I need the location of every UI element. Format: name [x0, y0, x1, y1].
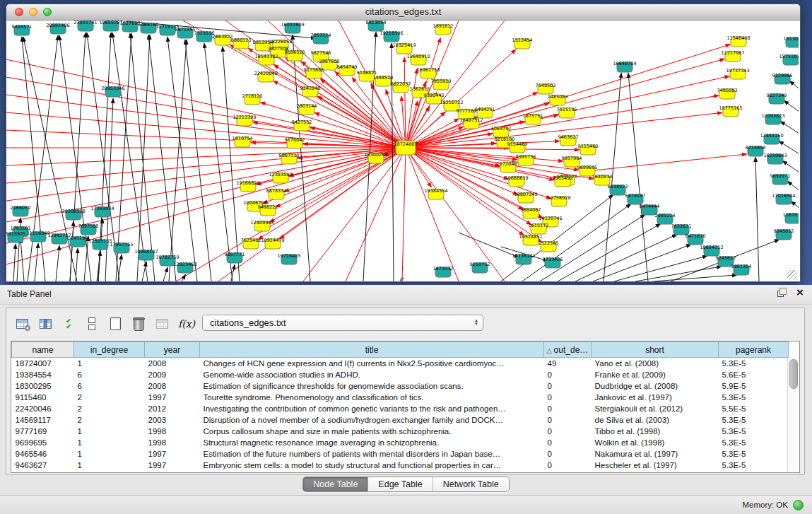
table-cell[interactable]: Tourette syndrome. Phenomenology and cla…: [200, 392, 544, 403]
table-cell[interactable]: de Silva et al. (2003): [592, 414, 719, 426]
show-column-button[interactable]: [38, 315, 52, 332]
table-cell[interactable]: 2008: [145, 358, 200, 370]
table-cell[interactable]: 0: [544, 369, 592, 380]
delete-table-button[interactable]: [155, 315, 169, 332]
table-cell[interactable]: 2: [74, 403, 145, 414]
table-cell[interactable]: Tibbo et al. (1998): [592, 426, 719, 437]
table-cell[interactable]: Dudbridge et al. (2008): [592, 380, 719, 392]
table-row[interactable]: 946362711997Embryonic stem cells: a mode…: [12, 460, 789, 471]
table-cell[interactable]: 0: [544, 437, 592, 448]
table-cell[interactable]: 1: [74, 448, 145, 460]
table-cell[interactable]: 18724007: [12, 358, 74, 370]
table-cell[interactable]: 5.3E-5: [719, 426, 789, 437]
float-panel-icon[interactable]: [777, 288, 787, 297]
column-header-in_degree[interactable]: in_degree: [74, 342, 145, 358]
table-row[interactable]: 1830029562008Estimation of significance …: [12, 380, 789, 392]
table-cell[interactable]: Changes of HCN gene expression and I(f) …: [200, 358, 544, 370]
new-column-button[interactable]: [108, 315, 122, 332]
table-cell[interactable]: 5.3E-5: [719, 448, 789, 460]
table-cell[interactable]: 1: [74, 460, 145, 471]
select-rows-button[interactable]: [85, 315, 99, 332]
table-cell[interactable]: Stergiakouli et al. (2012): [592, 403, 719, 414]
table-settings-button[interactable]: [15, 315, 29, 332]
table-cell[interactable]: 14569117: [12, 414, 74, 426]
table-cell[interactable]: 5.3E-5: [719, 358, 789, 370]
column-header-pagerank[interactable]: pagerank: [719, 342, 789, 358]
table-cell[interactable]: 5.3E-5: [719, 414, 789, 426]
select-columns-button[interactable]: ✔✔: [61, 315, 76, 332]
table-cell[interactable]: 1997: [145, 460, 200, 471]
tab-edge-table[interactable]: Edge Table: [367, 477, 432, 491]
network-view[interactable]: 9405571205914062393174110655287152760764…: [6, 21, 799, 281]
column-header-short[interactable]: short: [592, 342, 719, 358]
table-row[interactable]: 911546021997Tourette syndrome. Phenomeno…: [12, 392, 789, 403]
table-row[interactable]: 969969511998Structural magnetic resonanc…: [12, 437, 789, 448]
table-cell[interactable]: 9699695: [12, 437, 74, 448]
table-cell[interactable]: 1997: [145, 448, 200, 460]
table-row[interactable]: 946554611997Estimation of the future num…: [12, 448, 789, 460]
column-header-title[interactable]: title: [200, 342, 544, 358]
table-cell[interactable]: 6: [74, 369, 145, 380]
table-cell[interactable]: Estimation of the future numbers of pati…: [200, 448, 544, 460]
tab-network-table[interactable]: Network Table: [433, 477, 509, 491]
table-cell[interactable]: Estimation of significance thresholds fo…: [200, 380, 544, 392]
table-row[interactable]: 1872400712008Changes of HCN gene express…: [12, 358, 789, 370]
table-cell[interactable]: Investigating the contribution of common…: [200, 403, 544, 414]
table-scrollbar-thumb[interactable]: [789, 359, 798, 389]
table-cell[interactable]: 6: [74, 380, 145, 392]
table-cell[interactable]: 2: [74, 392, 145, 403]
table-cell[interactable]: 5.6E-5: [719, 369, 789, 380]
table-cell[interactable]: Wolkin et al. (1998): [592, 437, 719, 448]
table-cell[interactable]: Structural magnetic resonance image aver…: [200, 437, 544, 448]
table-cell[interactable]: 0: [544, 448, 592, 460]
memory-status-icon[interactable]: [793, 500, 804, 510]
table-cell[interactable]: 0: [544, 414, 592, 426]
table-cell[interactable]: 1998: [145, 426, 200, 437]
network-window[interactable]: citations_edges.txt 94055712059140623931…: [6, 4, 801, 282]
table-cell[interactable]: Embryonic stem cells: a model to study s…: [200, 460, 544, 471]
table-row[interactable]: 977716911998Corpus callosum shape and si…: [12, 426, 789, 437]
table-cell[interactable]: 5.9E-5: [719, 380, 789, 392]
network-window-titlebar[interactable]: citations_edges.txt: [6, 4, 800, 21]
table-cell[interactable]: 2012: [145, 403, 200, 414]
table-row[interactable]: 1456911722003Disruption of a novel membe…: [12, 414, 789, 426]
table-cell[interactable]: 2008: [145, 380, 200, 392]
table-cell[interactable]: 2003: [145, 414, 200, 426]
function-builder-button[interactable]: f(x): [178, 315, 195, 332]
table-cell[interactable]: 5.3E-5: [719, 437, 789, 448]
table-cell[interactable]: 1: [74, 358, 145, 370]
table-cell[interactable]: 0: [544, 403, 592, 414]
table-cell[interactable]: 0: [544, 392, 592, 403]
table-cell[interactable]: 0: [544, 426, 592, 437]
table-cell[interactable]: Franke et al. (2009): [592, 369, 719, 380]
table-cell[interactable]: Corpus callosum shape and size in male p…: [200, 426, 544, 437]
table-cell[interactable]: Hescheler et al. (1997): [592, 460, 719, 471]
table-scrollbar[interactable]: [787, 358, 799, 472]
delete-column-button[interactable]: [131, 315, 146, 332]
table-row[interactable]: 2242004622012Investigating the contribut…: [12, 403, 789, 414]
close-panel-icon[interactable]: ×: [796, 288, 804, 297]
column-header-out_de[interactable]: △out_de…: [544, 342, 592, 358]
table-cell[interactable]: 0: [544, 460, 592, 471]
table-cell[interactable]: 5.3E-5: [719, 392, 789, 403]
table-cell[interactable]: 1: [74, 426, 145, 437]
table-cell[interactable]: 0: [544, 380, 592, 392]
window-resize-grip[interactable]: [787, 270, 797, 280]
network-canvas[interactable]: 9405571205914062393174110655287152760764…: [6, 21, 799, 281]
tab-node-table[interactable]: Node Table: [303, 477, 367, 491]
column-header-year[interactable]: year: [145, 342, 200, 358]
column-header-name[interactable]: name: [12, 342, 74, 358]
table-cell[interactable]: 5.5E-5: [719, 403, 789, 414]
table-cell[interactable]: Disruption of a novel member of a sodium…: [200, 414, 544, 426]
table-cell[interactable]: 1: [74, 437, 145, 448]
table-cell[interactable]: 9465546: [12, 448, 74, 460]
table-cell[interactable]: 19384554: [12, 369, 74, 380]
table-cell[interactable]: 9115460: [12, 392, 74, 403]
table-select-dropdown[interactable]: citations_edges.txt ▲▼: [202, 315, 483, 331]
table-cell[interactable]: Yano et al. (2008): [592, 358, 719, 370]
table-cell[interactable]: 22420046: [12, 403, 74, 414]
table-cell[interactable]: 9777169: [12, 426, 74, 437]
table-cell[interactable]: 49: [544, 358, 592, 370]
table-cell[interactable]: 1998: [145, 437, 200, 448]
table-cell[interactable]: Nakamura et al. (1997): [592, 448, 719, 460]
